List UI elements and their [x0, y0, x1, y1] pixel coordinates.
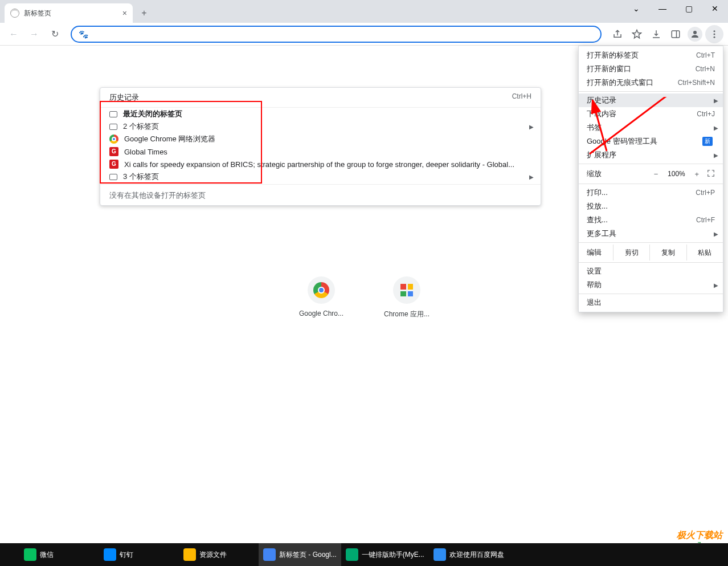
taskbar-item[interactable]: 欢迎使用百度网盘: [429, 543, 509, 566]
apps-grid-icon: [400, 284, 413, 296]
chevron-right-icon: ▶: [714, 282, 718, 288]
tab-dropdown-icon[interactable]: ⌄: [623, 0, 649, 17]
browser-tab[interactable]: 新标签页 ×: [5, 3, 133, 23]
folder-icon: [109, 111, 117, 117]
history-item[interactable]: 2 个标签页▶: [100, 120, 541, 133]
folder-icon: [109, 174, 117, 180]
menu-history[interactable]: 历史记录▶: [579, 93, 723, 107]
chevron-right-icon: ▶: [714, 125, 718, 131]
history-item-label: 3 个标签页: [123, 172, 159, 182]
menu-passwords[interactable]: Google 密码管理工具新: [579, 135, 723, 148]
baidu-paw-icon: 🐾: [79, 30, 88, 39]
taskbar-label: 新标签页 - Googl...: [279, 550, 337, 560]
chevron-right-icon: ▶: [529, 174, 534, 180]
history-shortcut: Ctrl+H: [512, 92, 531, 103]
chrome-main-menu: 打开新的标签页Ctrl+T 打开新的窗口Ctrl+N 打开新的无痕式窗口Ctrl…: [578, 46, 723, 312]
close-tab-icon[interactable]: ×: [122, 9, 127, 18]
zoom-value: 100%: [666, 170, 686, 178]
bookmark-star-icon[interactable]: [628, 25, 646, 43]
history-item[interactable]: Google Chrome 网络浏览器: [100, 133, 541, 145]
menu-incognito[interactable]: 打开新的无痕式窗口Ctrl+Shift+N: [579, 76, 723, 89]
menu-copy[interactable]: 复制: [649, 245, 686, 260]
chevron-right-icon: ▶: [714, 231, 718, 237]
globe-icon: [10, 9, 19, 18]
svg-point-4: [714, 33, 715, 35]
history-title: 历史记录: [109, 92, 139, 103]
profile-avatar[interactable]: [686, 25, 704, 43]
app-icon: [263, 548, 276, 561]
ntp-shortcuts: Google Chro... Chrome 应用...: [296, 276, 432, 319]
zoom-out-button[interactable]: −: [654, 170, 659, 178]
reload-button[interactable]: ↻: [46, 25, 64, 43]
history-item-label: Google Chrome 网络浏览器: [124, 134, 215, 144]
menu-edit-row: 编辑 剪切 复制 粘贴: [579, 245, 723, 260]
downloads-icon[interactable]: [647, 25, 665, 43]
menu-print[interactable]: 打印...Ctrl+P: [579, 186, 723, 199]
history-item[interactable]: 3 个标签页▶: [100, 170, 541, 183]
taskbar-item[interactable]: 微信: [19, 543, 99, 566]
chevron-right-icon: ▶: [714, 97, 718, 104]
back-button[interactable]: ←: [5, 25, 23, 43]
chevron-right-icon: ▶: [529, 124, 534, 130]
share-icon[interactable]: [608, 25, 627, 43]
new-tab-button[interactable]: +: [136, 5, 152, 21]
taskbar-start[interactable]: [2, 543, 19, 566]
app-icon: [104, 548, 116, 561]
menu-more-tools[interactable]: 更多工具▶: [579, 227, 723, 241]
address-bar[interactable]: 🐾: [71, 26, 602, 43]
menu-extensions[interactable]: 扩展程序▶: [579, 148, 723, 162]
taskbar-label: 资源文件: [199, 550, 227, 560]
zoom-in-button[interactable]: +: [694, 170, 699, 178]
menu-help[interactable]: 帮助▶: [579, 278, 723, 292]
menu-new-tab[interactable]: 打开新的标签页Ctrl+T: [579, 48, 723, 62]
taskbar-label: 微信: [40, 550, 54, 560]
taskbar-label: 欢迎使用百度网盘: [449, 550, 504, 560]
menu-bookmarks[interactable]: 书签▶: [579, 121, 723, 135]
menu-zoom: 缩放 − 100% +: [579, 166, 723, 182]
svg-point-3: [714, 30, 715, 32]
content-area: 历史记录 Ctrl+H 最近关闭的标签页 2 个标签页▶Google Chrom…: [0, 46, 728, 543]
more-menu-button[interactable]: [705, 25, 723, 43]
menu-paste[interactable]: 粘贴: [686, 245, 723, 260]
recently-closed-header: 最近关闭的标签页: [100, 108, 541, 120]
chrome-icon: [313, 282, 329, 298]
taskbar-label: 钉钉: [120, 550, 133, 560]
shortcut-apps[interactable]: Chrome 应用...: [381, 276, 432, 319]
menu-cast[interactable]: 投放...: [579, 199, 723, 213]
history-item-label: Xi calls for speedy expansion of BRICS; …: [124, 160, 514, 169]
taskbar-item[interactable]: 一键排版助手(MyE...: [341, 543, 429, 566]
window-controls: ⌄ — ▢ ✕: [623, 0, 728, 17]
history-item[interactable]: GGlobal Times: [100, 145, 541, 158]
history-item-label: 2 个标签页: [123, 121, 159, 132]
taskbar-item[interactable]: 钉钉: [99, 543, 179, 566]
history-header[interactable]: 历史记录 Ctrl+H: [100, 88, 541, 108]
taskbar-label: 一键排版助手(MyE...: [362, 550, 424, 560]
history-item[interactable]: GXi calls for speedy expansion of BRICS;…: [100, 158, 541, 170]
fullscreen-icon[interactable]: [707, 169, 715, 179]
menu-downloads[interactable]: 下载内容Ctrl+J: [579, 107, 723, 121]
shortcut-chrome[interactable]: Google Chro...: [296, 276, 347, 319]
menu-settings[interactable]: 设置: [579, 264, 723, 278]
chrome-icon: [109, 135, 118, 144]
app-icon: [183, 548, 196, 561]
sidepanel-icon[interactable]: [666, 25, 685, 43]
svg-point-5: [714, 36, 715, 38]
forward-button[interactable]: →: [25, 25, 43, 43]
windows-taskbar: 微信钉钉资源文件新标签页 - Googl...一键排版助手(MyE...欢迎使用…: [0, 543, 728, 566]
menu-new-window[interactable]: 打开新的窗口Ctrl+N: [579, 62, 723, 76]
taskbar-item[interactable]: 资源文件: [179, 543, 259, 566]
globaltimes-icon: G: [109, 147, 118, 156]
minimize-button[interactable]: —: [649, 0, 676, 17]
menu-find[interactable]: 查找...Ctrl+F: [579, 213, 723, 227]
history-footer: 没有在其他设备打开的标签页: [100, 186, 541, 205]
menu-exit[interactable]: 退出: [579, 296, 723, 310]
taskbar-item[interactable]: 新标签页 - Googl...: [259, 543, 341, 566]
titlebar: 新标签页 × + ⌄ — ▢ ✕: [0, 0, 728, 23]
menu-cut[interactable]: 剪切: [613, 245, 649, 260]
app-icon: [433, 548, 446, 561]
close-window-button[interactable]: ✕: [702, 0, 728, 17]
history-submenu: 历史记录 Ctrl+H 最近关闭的标签页 2 个标签页▶Google Chrom…: [100, 87, 541, 206]
app-icon: [346, 548, 358, 561]
globaltimes-icon: G: [109, 160, 118, 169]
maximize-button[interactable]: ▢: [676, 0, 702, 17]
